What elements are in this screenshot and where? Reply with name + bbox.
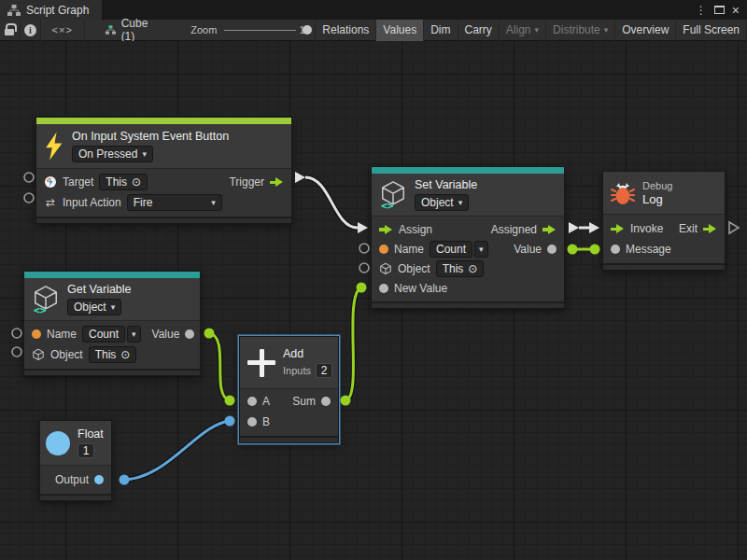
b-input-port[interactable] [247,417,257,427]
chevron-down-icon: ▾ [142,149,147,159]
invoke-input-port[interactable] [611,223,625,234]
node-debug-log[interactable]: Debug Log Invoke Exit Message [602,171,726,271]
port-row-target: Target This⊙ Trigger [36,172,291,192]
target-icon: ⊙ [468,262,477,275]
svg-text:<>: <> [34,304,47,315]
input-system-icon [44,175,57,189]
values-button[interactable]: Values [376,20,424,41]
name-input-port[interactable] [32,329,41,339]
zoom-slider-handle[interactable] [303,25,312,35]
node-title: Add [283,347,303,360]
node-category: Debug [642,180,672,191]
graph-canvas[interactable]: On Input System Event Button On Pressed▾… [0,41,747,560]
relations-button[interactable]: Relations [315,20,376,41]
value-output-port[interactable] [547,245,557,254]
node-float[interactable]: Float 1 Output [39,420,112,501]
inputs-count-field[interactable]: 2 [316,363,332,378]
toolbar-buttons: Relations Values Dim Carry Align▾ Distri… [315,20,747,41]
menu-kebab-icon[interactable]: ⋮ [696,5,707,16]
assigned-output-port[interactable] [543,224,557,235]
full-screen-button[interactable]: Full Screen [676,20,747,41]
distribute-button[interactable]: Distribute▾ [546,20,615,41]
zoom-slider-track [224,30,295,32]
float-value-field[interactable]: 1 [78,443,94,458]
object-this-button[interactable]: This⊙ [89,346,137,363]
chevron-down-icon: ▾ [458,198,463,207]
maximize-icon[interactable] [714,6,725,14]
breadcrumb[interactable]: Cube (1) [106,17,156,43]
plus-icon [247,349,275,377]
dim-button[interactable]: Dim [424,20,458,41]
node-get-variable[interactable]: <> Get Variable Object▾ Name Count ▾ Val… [23,271,201,376]
zoom-slider[interactable] [224,20,295,41]
bug-icon [611,181,635,205]
exit-output-port[interactable] [703,223,717,234]
input-action-icon: ⇄ [44,196,57,209]
port-row-assign: Assign Assigned [372,219,564,239]
graph-icon [7,5,21,16]
object-cube-icon [32,348,45,361]
set-variable-kind-dropdown[interactable]: Object▾ [415,194,469,211]
node-footer [36,217,291,223]
variable-cube-icon: <> [32,285,60,315]
node-footer [603,263,725,270]
carry-button[interactable]: Carry [458,20,500,41]
breadcrumb-label: Cube (1) [121,17,156,43]
graph-crumb-icon [106,24,116,35]
tab-title: Script Graph [26,4,89,17]
lock-button[interactable] [0,20,21,41]
variable-color-bar [24,272,200,278]
float-circle-icon [46,431,70,455]
event-color-bar [36,118,291,124]
node-title: On Input System Event Button [72,130,229,143]
node-title: Float [78,427,104,441]
node-footer [240,436,338,442]
name-dropdown[interactable]: Count ▾ [82,326,141,343]
port-row-name: Name Count ▾ Value [372,239,564,259]
value-output-port[interactable] [185,329,194,339]
message-input-port[interactable] [611,245,620,254]
node-footer [24,369,200,375]
script-graph-window: Script Graph ⋮ × i <×> Cube (1) Zoom 1x [0,0,747,560]
name-dropdown[interactable]: Count ▾ [430,241,488,258]
chevron-down-icon[interactable]: ▾ [127,326,141,343]
info-button[interactable]: i [21,20,41,41]
sum-output-port[interactable] [321,397,331,406]
port-row-object: Object This⊙ [372,259,564,278]
a-input-port[interactable] [247,397,257,406]
input-action-dropdown[interactable]: Fire▾ [127,194,222,211]
lightning-bolt-icon [44,133,64,161]
zoom-to-fit-button[interactable]: <×> [41,20,85,41]
port-row-b: B [240,412,338,432]
node-footer [40,494,111,500]
port-row-name: Name Count ▾ Value [24,324,200,344]
tab-script-graph[interactable]: Script Graph [0,0,102,20]
lock-icon [5,29,14,35]
event-mode-dropdown[interactable]: On Pressed▾ [72,146,153,162]
port-row-invoke: Invoke Exit [603,218,725,239]
chevron-down-icon: ▾ [111,302,116,312]
chevron-down-icon: ▾ [211,198,216,207]
align-button[interactable]: Align▾ [500,20,546,41]
object-this-button[interactable]: This⊙ [436,260,485,277]
port-row-output: Output [40,469,111,490]
get-variable-kind-dropdown[interactable]: Object▾ [67,299,121,315]
name-input-port[interactable] [379,245,388,254]
node-on-input-system-event-button[interactable]: On Input System Event Button On Pressed▾… [35,117,292,224]
target-this-button[interactable]: This⊙ [99,174,148,190]
chevron-down-icon[interactable]: ▾ [474,241,488,258]
node-set-variable[interactable]: <> Set Variable Object▾ Assign Assigned [371,166,565,309]
graph-toolbar: i <×> Cube (1) Zoom 1x Relations Values … [0,20,747,41]
trigger-output-port[interactable] [270,176,284,188]
output-port[interactable] [94,475,104,484]
overview-button[interactable]: Overview [615,20,676,41]
new-value-input-port[interactable] [379,284,388,293]
port-row-message: Message [603,239,725,259]
object-cube-icon [379,262,392,275]
assign-input-port[interactable] [379,224,393,235]
node-add[interactable]: Add Inputs 2 A Sum B [239,336,339,443]
port-row-object: Object This⊙ [24,344,200,365]
close-icon[interactable]: × [732,4,740,17]
target-icon: ⊙ [120,348,130,361]
node-title: Set Variable [415,178,477,191]
